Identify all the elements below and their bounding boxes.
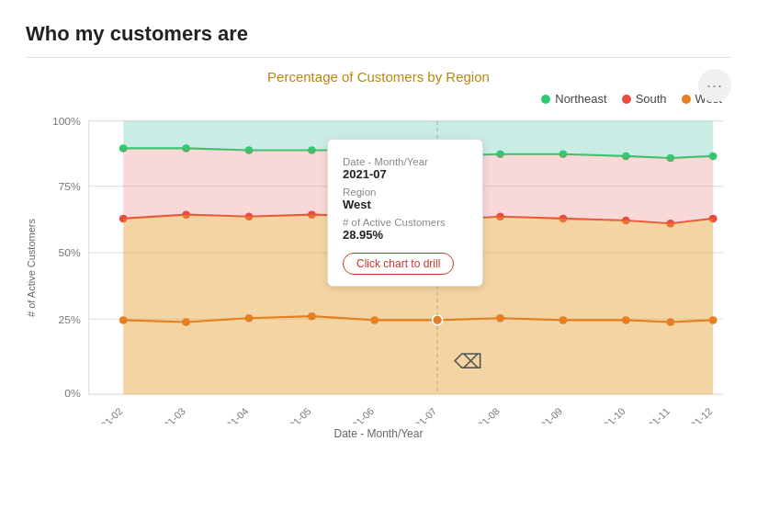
tooltip-drill-text[interactable]: Click chart to drill	[343, 253, 454, 275]
svg-point-49	[245, 314, 254, 323]
svg-text:2021-07: 2021-07	[404, 405, 438, 424]
svg-text:25%: 25%	[59, 313, 82, 326]
svg-point-48	[182, 318, 190, 326]
svg-text:2021-08: 2021-08	[468, 405, 502, 424]
svg-point-47	[119, 316, 128, 324]
svg-point-50	[308, 312, 316, 321]
tooltip-region-value: West	[343, 198, 468, 211]
legend-label-northeast: Northeast	[555, 92, 606, 106]
svg-text:100%: 100%	[52, 115, 81, 128]
cursor-icon: ⌫	[454, 350, 482, 374]
legend-item-northeast: Northeast	[541, 92, 606, 106]
tooltip-region-label: Region	[343, 187, 468, 198]
svg-text:2021-02: 2021-02	[90, 405, 124, 424]
page: Who my customers are ··· Percentage of C…	[0, 0, 757, 532]
svg-text:2021-10: 2021-10	[593, 405, 627, 424]
tooltip-customers-value: 28.95%	[343, 228, 468, 242]
legend-item-south: South	[622, 92, 667, 106]
legend-label-south: South	[636, 92, 667, 106]
svg-text:2021-06: 2021-06	[342, 405, 376, 424]
svg-text:2021-03: 2021-03	[153, 405, 187, 424]
svg-text:2021-11: 2021-11	[638, 405, 672, 424]
svg-text:2021-09: 2021-09	[530, 405, 564, 424]
more-button[interactable]: ···	[698, 69, 731, 102]
tooltip-date-label: Date - Month/Year	[343, 156, 468, 167]
svg-point-55	[622, 316, 630, 324]
svg-text:2021-05: 2021-05	[279, 405, 313, 424]
svg-point-51	[370, 316, 378, 324]
y-axis-label: # of Active Customers	[26, 219, 37, 317]
svg-point-53	[496, 314, 504, 323]
chart-title: Percentage of Customers by Region	[26, 69, 731, 85]
svg-text:50%: 50%	[59, 247, 82, 260]
chart-tooltip: Date - Month/Year 2021-07 Region West # …	[327, 139, 483, 287]
chart-inner[interactable]: 100% 75% 50% 25% 0% 2021-02 2021-03 2021…	[42, 111, 731, 424]
south-dot	[622, 95, 631, 104]
svg-text:2021-04: 2021-04	[216, 405, 250, 424]
svg-text:75%: 75%	[59, 180, 82, 193]
svg-text:0%: 0%	[64, 388, 81, 401]
page-title: Who my customers are	[26, 22, 731, 46]
northeast-dot	[541, 95, 550, 104]
svg-point-54	[559, 316, 568, 324]
chart-container: ··· Percentage of Customers by Region No…	[26, 69, 731, 519]
divider	[26, 57, 731, 58]
tooltip-customers-label: # of Active Customers	[343, 217, 468, 228]
west-dot	[682, 95, 691, 104]
svg-point-57	[709, 316, 717, 324]
chart-area[interactable]: # of Active Customers 100% 75% 50% 25% 0…	[26, 111, 731, 424]
svg-text:2021-12: 2021-12	[680, 405, 714, 424]
x-axis-label: Date - Month/Year	[26, 427, 731, 440]
legend: Northeast South West	[26, 92, 731, 106]
svg-point-56	[666, 318, 674, 326]
tooltip-date-value: 2021-07	[343, 167, 468, 181]
